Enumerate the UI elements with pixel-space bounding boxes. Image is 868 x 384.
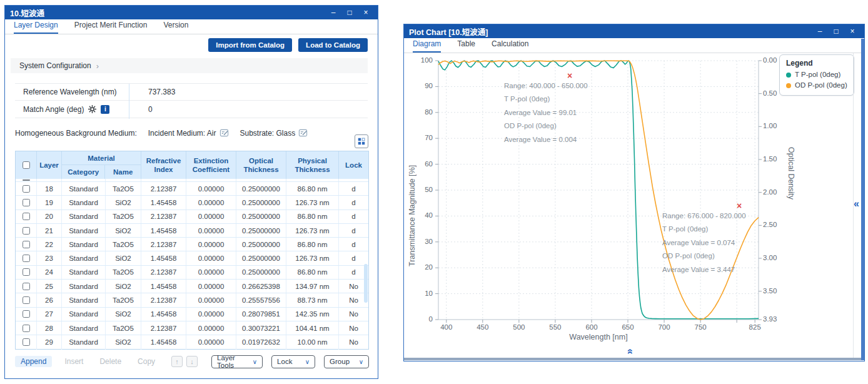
- row-checkbox[interactable]: [23, 268, 30, 276]
- minimize-button[interactable]: –: [813, 27, 827, 36]
- append-button[interactable]: Append: [15, 356, 52, 367]
- table-row[interactable]: 26StandardTa2O52.123870.000000.255575568…: [16, 293, 368, 307]
- cell-optical[interactable]: 0.25000000: [236, 210, 286, 223]
- table-row[interactable]: 28StandardTa2O52.123870.000000.300732211…: [16, 321, 368, 335]
- cell-name[interactable]: SiO2: [106, 335, 141, 349]
- cell-name[interactable]: Ta2O5: [106, 293, 141, 306]
- cell-extinction[interactable]: 0.00000: [186, 266, 236, 279]
- cell-physical[interactable]: 126.73 nm: [286, 224, 339, 237]
- cell-category[interactable]: Standard: [62, 196, 106, 209]
- cell-optical[interactable]: 0.25000000: [236, 238, 286, 251]
- row-checkbox[interactable]: [23, 283, 30, 290]
- cell-lock[interactable]: No: [339, 308, 368, 321]
- cell-physical[interactable]: 86.80 nm: [286, 238, 339, 251]
- row-checkbox[interactable]: [23, 213, 30, 220]
- cell-name[interactable]: Ta2O5: [106, 321, 141, 335]
- collapse-panel-icon[interactable]: «: [854, 198, 859, 210]
- edit-icon[interactable]: [298, 128, 308, 138]
- annotation-close-icon[interactable]: ×: [567, 72, 572, 79]
- cell-refractive[interactable]: 2.12387: [141, 210, 186, 223]
- row-checkbox[interactable]: [23, 338, 30, 346]
- cell-optical[interactable]: 0.01972632: [236, 335, 286, 349]
- tab-layer-design[interactable]: Layer Design: [14, 21, 58, 34]
- tab-calculation[interactable]: Calculation: [492, 39, 528, 53]
- cell-refractive[interactable]: 2.12387: [141, 293, 186, 306]
- cell-layer[interactable]: 29: [37, 335, 62, 349]
- cell-name[interactable]: Ta2O5: [106, 238, 141, 251]
- vertical-scrollbar[interactable]: [861, 39, 864, 360]
- close-button[interactable]: ×: [359, 8, 373, 17]
- cell-category[interactable]: Standard: [62, 266, 106, 279]
- select-all-checkbox[interactable]: [23, 161, 30, 169]
- cell-optical[interactable]: 0.30073221: [236, 321, 286, 335]
- import-from-catalog-button[interactable]: Import from Catalog: [208, 38, 292, 52]
- cell-layer[interactable]: 28: [37, 321, 62, 335]
- cell-name[interactable]: SiO2: [106, 196, 141, 209]
- cell-category[interactable]: Standard: [62, 251, 106, 265]
- cell-category[interactable]: Standard: [62, 182, 106, 195]
- cell-extinction[interactable]: 0.00000: [186, 238, 236, 251]
- cell-physical[interactable]: 126.73 nm: [286, 196, 339, 209]
- info-icon[interactable]: i: [101, 105, 109, 114]
- cell-layer[interactable]: 20: [37, 210, 62, 223]
- cell-name[interactable]: Ta2O5: [106, 210, 141, 223]
- table-row[interactable]: 22StandardTa2O52.123870.000000.250000008…: [16, 238, 368, 251]
- gear-icon[interactable]: [88, 105, 96, 113]
- cell-category[interactable]: Standard: [62, 308, 106, 321]
- cell-extinction[interactable]: 0.00000: [186, 210, 236, 223]
- cell-name[interactable]: Ta2O5: [106, 182, 141, 195]
- cell-optical[interactable]: 0.25000000: [236, 266, 286, 279]
- plot-area[interactable]: × Range: 400.000 - 650.000T P-pol (0deg)…: [438, 61, 759, 320]
- table-row[interactable]: 18StandardTa2O52.123870.000000.250000008…: [16, 182, 368, 196]
- cell-refractive[interactable]: 2.12387: [141, 182, 186, 195]
- row-checkbox[interactable]: [23, 325, 30, 332]
- table-row[interactable]: 27StandardSiO21.454580.000000.2807985114…: [16, 308, 368, 321]
- cell-refractive[interactable]: 1.45458: [141, 280, 186, 293]
- cell-lock[interactable]: d: [339, 210, 368, 223]
- maximize-button[interactable]: □: [343, 8, 356, 17]
- cell-category[interactable]: Standard: [62, 210, 106, 223]
- row-checkbox[interactable]: [23, 310, 30, 318]
- cell-physical[interactable]: 142.35 nm: [286, 308, 339, 321]
- cell-layer[interactable]: 21: [37, 224, 62, 237]
- cell-category[interactable]: Standard: [62, 238, 106, 251]
- table-row[interactable]: 19StandardSiO21.454580.000000.2500000012…: [16, 196, 368, 210]
- cell-physical[interactable]: 126.73 nm: [286, 251, 339, 265]
- cell-layer[interactable]: 26: [37, 293, 62, 306]
- cell-layer[interactable]: 27: [37, 308, 62, 321]
- cell-extinction[interactable]: 0.00000: [186, 293, 236, 306]
- tab-version[interactable]: Version: [163, 21, 188, 34]
- cell-extinction[interactable]: 0.00000: [186, 280, 236, 293]
- cell-category[interactable]: Standard: [62, 293, 106, 306]
- cell-refractive[interactable]: 1.45458: [141, 335, 186, 349]
- cell-optical[interactable]: 0.25000000: [236, 224, 286, 237]
- layer-design-titlebar[interactable]: 10.短波通 – □ ×: [5, 6, 378, 19]
- cell-optical[interactable]: 0.25000000: [236, 251, 286, 265]
- tab-project-merit-function[interactable]: Project Merit Function: [74, 21, 148, 34]
- cell-layer[interactable]: 19: [37, 196, 62, 209]
- column-settings-button[interactable]: [355, 134, 368, 148]
- cell-layer[interactable]: 24: [37, 266, 62, 279]
- minimize-button[interactable]: –: [326, 8, 340, 17]
- tab-diagram[interactable]: Diagram: [413, 39, 441, 53]
- cell-name[interactable]: SiO2: [106, 308, 141, 321]
- table-row[interactable]: 29StandardSiO21.454580.000000.0197263210…: [16, 335, 368, 349]
- cell-lock[interactable]: d: [339, 224, 368, 237]
- cell-layer[interactable]: 23: [37, 251, 62, 265]
- cell-name[interactable]: SiO2: [106, 251, 141, 265]
- expand-up-icon[interactable]: «: [625, 349, 636, 355]
- cell-category[interactable]: Standard: [62, 335, 106, 349]
- cell-refractive[interactable]: 1.45458: [141, 251, 186, 265]
- row-checkbox[interactable]: [23, 227, 30, 235]
- cell-optical[interactable]: 0.25000000: [236, 182, 286, 195]
- cell-extinction[interactable]: 0.00000: [186, 251, 236, 265]
- cell-lock[interactable]: d: [339, 196, 368, 209]
- reference-wavelength-value[interactable]: 737.383: [129, 88, 368, 96]
- cell-layer[interactable]: 25: [37, 280, 62, 293]
- cell-extinction[interactable]: 0.00000: [186, 335, 236, 349]
- cell-lock[interactable]: d: [339, 182, 368, 195]
- edit-icon[interactable]: [220, 128, 229, 138]
- cell-optical[interactable]: 0.26625398: [236, 280, 286, 293]
- cell-category[interactable]: Standard: [62, 224, 106, 237]
- horizontal-scrollbar[interactable]: [404, 358, 861, 360]
